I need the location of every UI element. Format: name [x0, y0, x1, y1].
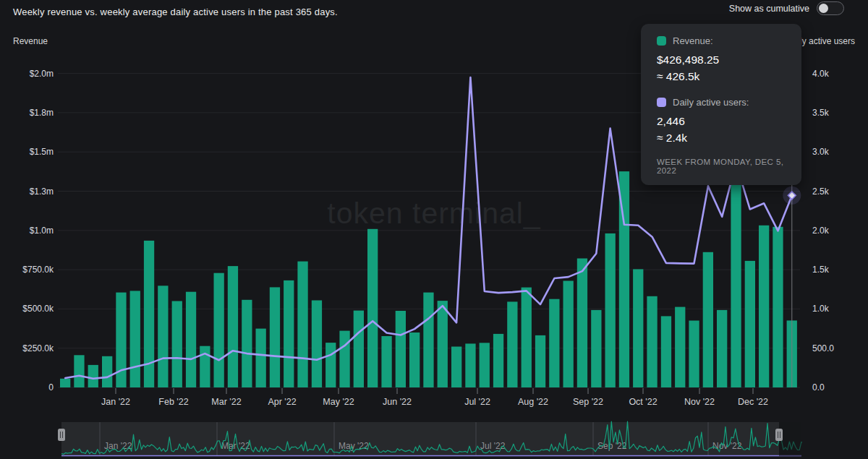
revenue-bar[interactable]	[200, 346, 210, 387]
revenue-bar[interactable]	[465, 343, 475, 387]
revenue-bars-group	[60, 155, 797, 388]
revenue-bar[interactable]	[745, 261, 755, 387]
token-terminal-chart-page: Weekly revenue vs. weekly average daily …	[0, 0, 868, 459]
revenue-bar[interactable]	[480, 343, 490, 387]
tooltip-revenue-label: Revenue:	[673, 35, 713, 46]
revenue-bar[interactable]	[312, 301, 322, 388]
revenue-bar[interactable]	[284, 280, 294, 387]
y-left-tick-label: $1.3m	[30, 186, 54, 197]
minimap-group: Jan '22Mar '22May '22Jul '22Sep '22Nov '…	[58, 421, 801, 456]
month-tick-label: Aug '22	[518, 397, 548, 407]
revenue-bar[interactable]	[130, 291, 140, 387]
y-right-tick-label: 1.0k	[812, 304, 830, 314]
revenue-bar[interactable]	[577, 259, 587, 388]
y-left-tick-label: $2.0m	[30, 69, 54, 79]
revenue-bar[interactable]	[88, 365, 98, 387]
month-tick-label: Jan '22	[101, 397, 130, 407]
revenue-bar[interactable]	[522, 288, 532, 387]
revenue-bar[interactable]	[438, 301, 448, 387]
y-right-tick-label: 4.0k	[812, 69, 830, 79]
revenue-bar[interactable]	[74, 355, 84, 387]
revenue-bar[interactable]	[605, 233, 616, 387]
y-right-tick-label: 3.5k	[812, 108, 830, 118]
revenue-bar[interactable]	[339, 331, 349, 387]
revenue-bar[interactable]	[661, 316, 671, 387]
month-tick-label: Jun '22	[383, 397, 412, 407]
minimap-right-handle[interactable]	[775, 429, 783, 441]
revenue-bar[interactable]	[647, 296, 657, 387]
month-tick-label: May '22	[323, 397, 354, 407]
revenue-bar[interactable]	[675, 307, 685, 387]
revenue-bar[interactable]	[549, 299, 559, 387]
revenue-swatch-icon	[657, 36, 666, 46]
revenue-bar[interactable]	[409, 333, 420, 387]
minimap-left-handle[interactable]	[58, 429, 65, 441]
revenue-bar[interactable]	[242, 300, 252, 387]
revenue-bar[interactable]	[731, 155, 741, 388]
revenue-bar[interactable]	[396, 311, 406, 387]
tooltip-dau-block: Daily active users: 2,446 ≈ 2.4k	[657, 97, 788, 147]
revenue-bar[interactable]	[214, 273, 224, 387]
revenue-bar[interactable]	[381, 336, 391, 387]
revenue-bar[interactable]	[773, 227, 783, 387]
revenue-bar[interactable]	[689, 321, 699, 388]
revenue-bar[interactable]	[158, 286, 168, 387]
revenue-bar[interactable]	[703, 252, 713, 387]
watermark-text: token terminal_	[327, 197, 541, 230]
y-left-tick-label: $500.0k	[22, 304, 54, 314]
y-left-tick-label: $750.0k	[22, 265, 54, 275]
revenue-bar[interactable]	[591, 310, 601, 387]
y-right-tick-label: 2.5k	[812, 186, 830, 197]
revenue-bar[interactable]	[354, 311, 364, 387]
revenue-bar[interactable]	[633, 269, 643, 387]
month-tick-label: Apr '22	[268, 397, 296, 407]
revenue-bar[interactable]	[297, 262, 307, 387]
y-left-tick-label: $1.8m	[30, 108, 54, 118]
minimap-month-label: Jul '22	[480, 441, 506, 451]
month-tick-label: Mar '22	[211, 397, 241, 407]
revenue-bar[interactable]	[326, 343, 336, 387]
month-tick-label: Jul '22	[464, 397, 490, 407]
dau-swatch-icon	[657, 98, 666, 107]
y-right-tick-label: 2.0k	[812, 226, 830, 236]
revenue-bar[interactable]	[172, 301, 182, 388]
tooltip-revenue-block: Revenue: $426,498.25 ≈ 426.5k	[657, 35, 788, 85]
tooltip-dau-value: 2,446	[657, 113, 788, 129]
y-right-tick-label: 1.5k	[812, 265, 830, 275]
revenue-bar[interactable]	[563, 281, 574, 388]
revenue-bar[interactable]	[228, 266, 238, 387]
revenue-bar[interactable]	[423, 293, 433, 387]
revenue-bar[interactable]	[60, 379, 70, 387]
tooltip-dau-label: Daily active users:	[673, 97, 749, 108]
revenue-bar[interactable]	[535, 335, 545, 387]
revenue-bar[interactable]	[102, 356, 112, 387]
y-left-tick-label: $1.0m	[30, 226, 54, 236]
revenue-bar[interactable]	[493, 334, 503, 387]
revenue-bar[interactable]	[186, 292, 196, 387]
hover-tooltip: Revenue: $426,498.25 ≈ 426.5k Daily acti…	[641, 24, 801, 185]
tooltip-revenue-approx: ≈ 426.5k	[657, 68, 788, 85]
revenue-bar[interactable]	[270, 287, 280, 387]
y-right-tick-label: 0.0	[812, 382, 825, 392]
revenue-bar[interactable]	[507, 301, 517, 387]
month-tick-label: Nov '22	[684, 397, 715, 407]
y-right-tick-label: 500.0	[812, 343, 834, 353]
revenue-bar[interactable]	[144, 241, 154, 387]
y-left-tick-label: $250.0k	[22, 343, 54, 353]
y-left-tick-label: $1.5m	[30, 147, 54, 157]
revenue-bar[interactable]	[759, 226, 769, 387]
revenue-bar[interactable]	[116, 293, 126, 387]
tooltip-dau-approx: ≈ 2.4k	[657, 129, 788, 146]
revenue-bar[interactable]	[256, 329, 266, 387]
x-axis-group: Jan '22Feb '22Mar '22Apr '22May '22Jun '…	[101, 388, 768, 407]
tooltip-revenue-value: $426,498.25	[657, 51, 788, 68]
month-tick-label: Dec '22	[738, 397, 768, 407]
revenue-bar[interactable]	[367, 229, 378, 387]
month-tick-label: Oct '22	[629, 397, 657, 407]
y-right-tick-label: 3.0k	[812, 147, 830, 157]
revenue-bar[interactable]	[717, 310, 727, 387]
revenue-bar[interactable]	[451, 347, 461, 388]
tooltip-week-footer: WEEK FROM MONDAY, DEC 5, 2022	[657, 158, 788, 175]
y-left-tick-label: 0	[48, 382, 54, 392]
month-tick-label: Sep '22	[573, 397, 603, 407]
